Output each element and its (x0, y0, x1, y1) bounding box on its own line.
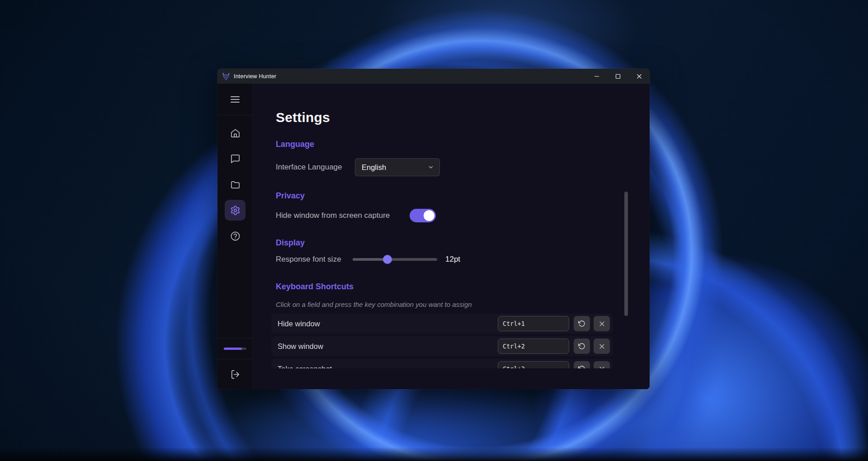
sidebar-item-home[interactable] (225, 122, 245, 143)
settings-page: Settings Language Interface Language Eng… (253, 84, 650, 389)
window-controls (586, 69, 650, 84)
shortcut-row-hide-window: Hide window (271, 314, 613, 334)
shortcut-input[interactable] (498, 316, 569, 331)
logout-button[interactable] (225, 364, 245, 385)
hamburger-menu-icon (230, 94, 241, 105)
settings-gear-icon (230, 205, 241, 216)
hamburger-menu-button[interactable] (225, 89, 245, 110)
hide-capture-toggle[interactable] (410, 209, 436, 222)
slider-fill (353, 258, 387, 261)
font-size-label: Response font size (276, 255, 353, 264)
logout-icon (230, 369, 241, 380)
titlebar: Interview Hunter (217, 69, 650, 84)
toggle-knob (424, 210, 434, 221)
shortcut-reset-button[interactable] (574, 339, 590, 354)
progress-track (224, 348, 246, 350)
shortcut-row-show-window: Show window (271, 336, 613, 356)
slider-thumb[interactable] (383, 255, 392, 264)
shortcut-clear-button[interactable] (594, 339, 610, 354)
reset-icon (578, 320, 585, 327)
shortcut-clear-button[interactable] (594, 361, 610, 368)
folder-icon (230, 179, 241, 190)
shortcut-label: Take screenshot (278, 365, 498, 369)
close-icon (637, 74, 642, 79)
chat-icon (230, 154, 241, 164)
shortcut-list: Hide window Show window (271, 314, 613, 368)
shortcuts-hint: Click on a field and press the key combi… (276, 300, 650, 309)
clear-x-icon (599, 366, 605, 369)
shortcut-label: Show window (278, 342, 498, 351)
sidebar-item-help[interactable] (225, 226, 245, 246)
reset-icon (578, 343, 585, 350)
app-window: Interview Hunter (217, 69, 650, 389)
sidebar-item-files[interactable] (225, 174, 245, 195)
interface-language-label: Interface Language (276, 163, 355, 172)
progress-fill (224, 348, 242, 350)
clear-x-icon (599, 343, 605, 350)
scrollbar-thumb[interactable] (624, 192, 628, 316)
section-title-privacy: Privacy (276, 191, 650, 201)
shortcut-row-take-screenshot: Take screenshot (271, 359, 613, 368)
chevron-down-icon (428, 164, 434, 170)
sidebar-divider (217, 115, 253, 115)
settings-scroll-area: Settings Language Interface Language Eng… (253, 84, 650, 368)
hide-capture-label: Hide window from screen capture (276, 211, 410, 220)
maximize-button[interactable] (607, 69, 628, 84)
section-title-language: Language (276, 139, 650, 149)
font-size-row: Response font size 12pt (276, 251, 650, 268)
window-title: Interview Hunter (234, 73, 276, 80)
minimize-button[interactable] (586, 69, 607, 84)
home-icon (230, 128, 241, 138)
interface-language-select[interactable]: English (355, 158, 440, 176)
close-button[interactable] (628, 69, 650, 84)
font-size-value: 12pt (445, 255, 460, 264)
sidebar-item-settings[interactable] (225, 200, 245, 221)
minimize-icon (594, 74, 599, 79)
shortcut-label: Hide window (278, 320, 498, 328)
usage-progress (217, 339, 253, 359)
shortcut-clear-button[interactable] (594, 316, 610, 331)
page-title: Settings (276, 110, 650, 125)
clear-x-icon (599, 320, 605, 327)
hide-capture-row: Hide window from screen capture (276, 209, 650, 222)
sidebar-item-chat[interactable] (225, 148, 245, 169)
maximize-icon (615, 74, 621, 79)
reset-icon (578, 365, 585, 368)
shortcut-reset-button[interactable] (574, 316, 590, 331)
shortcut-reset-button[interactable] (574, 361, 590, 368)
section-title-display: Display (276, 238, 650, 248)
shortcut-input[interactable] (498, 361, 569, 368)
sidebar (217, 84, 253, 389)
font-size-slider[interactable] (353, 258, 437, 261)
shortcut-input[interactable] (498, 339, 569, 354)
interface-language-row: Interface Language English (276, 158, 650, 176)
selected-language: English (362, 163, 428, 172)
help-icon (230, 231, 241, 241)
section-title-shortcuts: Keyboard Shortcuts (276, 282, 650, 292)
wolf-logo-icon (222, 72, 230, 80)
